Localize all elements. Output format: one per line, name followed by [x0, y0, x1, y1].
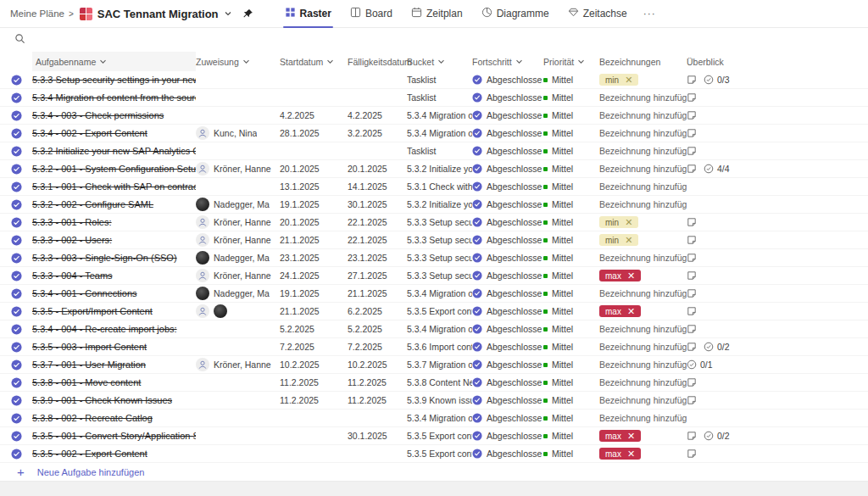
pin-icon[interactable] — [242, 8, 253, 20]
due-date-cell[interactable]: 27.1.2025 — [348, 270, 407, 281]
table-row[interactable]: 5.3.4 Migration of content from the sour… — [0, 89, 868, 107]
header-fortschritt[interactable]: Fortschritt — [472, 52, 543, 71]
breadcrumb[interactable]: Meine Pläne — [10, 8, 64, 19]
table-row[interactable]: 5.3.4 - 002 - Export Content Kunc, Nina … — [0, 125, 868, 142]
labels-cell[interactable]: max ✕ — [599, 270, 687, 281]
labels-cell[interactable]: max ✕ — [599, 430, 687, 442]
bucket-cell[interactable]: 5.3.5 Export conte — [407, 431, 472, 441]
header-bezeichnungen[interactable]: Bezeichnungen — [599, 52, 687, 71]
start-date-cell[interactable]: 5.2.2025 — [280, 324, 348, 334]
task-name[interactable]: 5.3.1 - 001 - Check with SAP on contract… — [32, 181, 196, 192]
bucket-cell[interactable]: Tasklist — [407, 92, 472, 103]
task-name[interactable]: 5.3.4 - 001 - Connections — [32, 288, 196, 298]
task-name[interactable]: 5.3.2 - 001 - System Configuration Setup — [32, 164, 196, 174]
remove-label-icon[interactable]: ✕ — [627, 449, 635, 459]
task-complete-icon[interactable] — [11, 92, 22, 103]
remove-label-icon[interactable]: ✕ — [627, 307, 635, 316]
remove-label-icon[interactable]: ✕ — [627, 271, 635, 281]
task-name[interactable]: 5.3.3 Setup security settings in your ne… — [32, 75, 196, 85]
task-name[interactable]: 5.3.5 - 003 - Import Content — [32, 342, 196, 352]
progress-cell[interactable]: Abgeschlosse — [472, 306, 543, 316]
due-date-cell[interactable]: 14.1.2025 — [348, 181, 407, 192]
add-label-button[interactable]: Bezeichnung hinzufügen — [599, 413, 687, 423]
header-prioritaet[interactable]: Priorität — [543, 52, 599, 71]
bucket-cell[interactable]: Tasklist — [407, 146, 472, 156]
task-complete-icon[interactable] — [11, 431, 22, 442]
table-row[interactable]: 5.3.4 - 001 - Connections Nadegger, Ma 1… — [0, 285, 868, 303]
progress-cell[interactable]: Abgeschlosse — [472, 217, 543, 227]
task-complete-icon[interactable] — [11, 359, 22, 371]
table-row[interactable]: 5.3.8 - 001 - Move content 11.2.2025 11.… — [0, 374, 868, 392]
task-name[interactable]: 5.3.2 Initialize your new SAP Analytics … — [32, 146, 196, 156]
bucket-cell[interactable]: 5.3.2 Initialize you — [407, 199, 472, 209]
task-complete-icon[interactable] — [11, 181, 22, 192]
label-chip[interactable]: max ✕ — [599, 305, 641, 317]
due-date-cell[interactable]: 7.2.2025 — [348, 342, 407, 352]
tab-board[interactable]: Board — [341, 0, 402, 27]
add-label-button[interactable]: Bezeichnung hinzufügen — [599, 164, 687, 174]
table-row[interactable]: 5.3.3 - 003 - Single-Sign-On (SSO) Nadeg… — [0, 249, 868, 267]
header-startdatum[interactable]: Startdatum — [280, 52, 348, 71]
progress-cell[interactable]: Abgeschlosse — [472, 128, 543, 138]
priority-cell[interactable]: Mittel — [543, 128, 599, 138]
labels-cell[interactable]: ✕ Bezeichnung hinzufügen — [599, 288, 687, 298]
progress-cell[interactable]: Abgeschlosse — [472, 288, 543, 298]
table-row[interactable]: 5.3.2 - 001 - System Configuration Setup… — [0, 160, 868, 178]
add-label-button[interactable]: Bezeichnung hinzufügen — [599, 288, 687, 298]
priority-cell[interactable]: Mittel — [543, 110, 599, 120]
bucket-cell[interactable]: 5.3.6 Import conte — [407, 342, 472, 352]
label-chip[interactable]: max ✕ — [599, 270, 641, 281]
task-complete-icon[interactable] — [11, 377, 22, 388]
progress-cell[interactable]: Abgeschlosse — [472, 75, 543, 85]
labels-cell[interactable]: ✕ Bezeichnung hinzufügen — [599, 324, 687, 334]
progress-cell[interactable]: Abgeschlosse — [472, 324, 543, 334]
task-name[interactable]: 5.3.3 - 001 - Roles: — [32, 217, 196, 227]
add-label-button[interactable]: Bezeichnung hinzufügen — [599, 342, 687, 352]
task-complete-icon[interactable] — [11, 306, 22, 317]
add-label-button[interactable]: Bezeichnung hinzufügen — [599, 253, 687, 263]
table-row[interactable]: 5.3.2 - 002 - Configure SAML Nadegger, M… — [0, 196, 868, 214]
priority-cell[interactable]: Mittel — [543, 217, 599, 227]
progress-cell[interactable]: Abgeschlosse — [472, 235, 543, 245]
due-date-cell[interactable]: 21.1.2025 — [348, 288, 407, 298]
add-label-button[interactable]: Bezeichnung hinzufügen — [599, 128, 687, 138]
table-row[interactable]: 5.3.3 - 001 - Roles: Kröner, Hanne 20.1.… — [0, 214, 868, 231]
priority-cell[interactable]: Mittel — [543, 324, 599, 334]
task-name[interactable]: 5.3.4 - 004 - Re-create import jobs: — [32, 324, 196, 334]
assignment-cell[interactable]: Kröner, Hanne — [196, 162, 280, 176]
task-complete-icon[interactable] — [11, 253, 22, 264]
bucket-cell[interactable]: Tasklist — [407, 75, 472, 85]
due-date-cell[interactable]: 3.2.2025 — [348, 128, 407, 138]
label-chip[interactable]: min ✕ — [599, 216, 638, 228]
task-complete-icon[interactable] — [11, 217, 22, 228]
start-date-cell[interactable]: 19.1.2025 — [280, 288, 348, 298]
remove-label-icon[interactable]: ✕ — [625, 218, 632, 227]
priority-cell[interactable]: Mittel — [543, 164, 599, 174]
priority-cell[interactable]: Mittel — [543, 181, 599, 192]
due-date-cell[interactable]: 23.1.2025 — [348, 253, 407, 263]
progress-cell[interactable]: Abgeschlosse — [472, 253, 543, 263]
table-row[interactable]: 5.3.5 - Export/Import Content 21.1.2025 … — [0, 303, 868, 320]
task-complete-icon[interactable] — [11, 146, 22, 157]
tab-raster[interactable]: Raster — [275, 0, 341, 27]
start-date-cell[interactable]: 13.1.2025 — [280, 181, 348, 192]
bucket-cell[interactable]: 5.3.4 Migration of — [407, 128, 472, 138]
start-date-cell[interactable]: 19.1.2025 — [280, 199, 348, 209]
labels-cell[interactable]: ✕ Bezeichnung hinzufügen — [599, 395, 687, 405]
bucket-cell[interactable]: 5.3.2 Initialize you — [407, 164, 472, 174]
labels-cell[interactable]: ✕ Bezeichnung hinzufügen — [599, 181, 687, 192]
progress-cell[interactable]: Abgeschlosse — [472, 449, 543, 459]
add-label-button[interactable]: Bezeichnung hinzufügen — [599, 146, 687, 156]
labels-cell[interactable]: ✕ Bezeichnung hinzufügen — [599, 413, 687, 423]
bucket-cell[interactable]: 5.3.4 Migration of — [407, 110, 472, 120]
due-date-cell[interactable]: 6.2.2025 — [348, 306, 407, 316]
priority-cell[interactable]: Mittel — [543, 431, 599, 441]
tab-diagramme[interactable]: Diagramme — [472, 0, 559, 27]
task-complete-icon[interactable] — [11, 75, 22, 86]
priority-cell[interactable]: Mittel — [543, 146, 599, 156]
labels-cell[interactable]: ✕ Bezeichnung hinzufügen — [599, 342, 687, 352]
table-row[interactable]: 5.3.3 Setup security settings in your ne… — [0, 71, 868, 89]
label-chip[interactable]: min ✕ — [599, 234, 638, 246]
tab-zeitachse[interactable]: Zeitachse — [559, 0, 637, 27]
task-name[interactable]: 5.3.3 - 004 - Teams — [32, 270, 196, 281]
